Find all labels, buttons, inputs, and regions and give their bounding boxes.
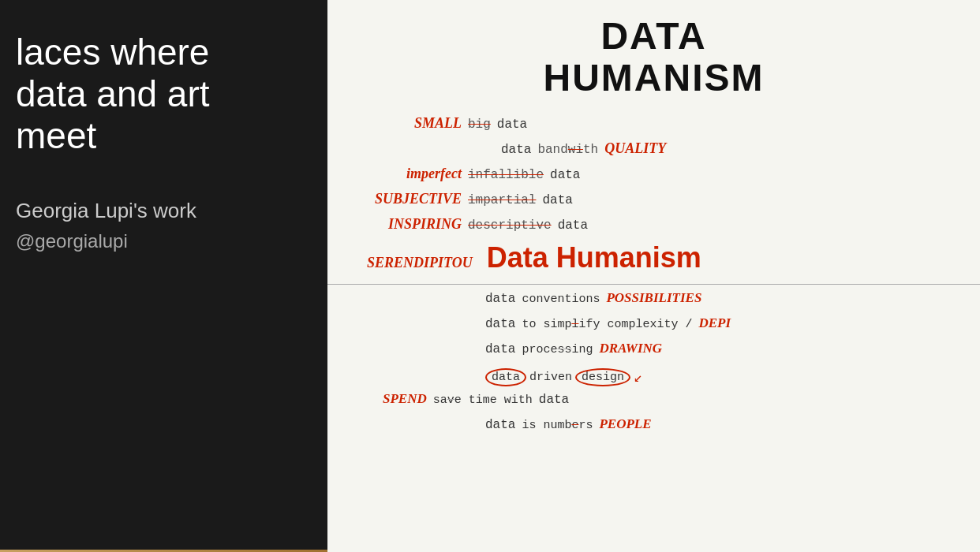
data-rows-top: SMALL big data data bandwith QUALITY imp… xyxy=(351,114,956,276)
word-descriptive-struck: descriptive xyxy=(468,218,552,233)
data-row-bottom: data conventions POSSIBILITIES xyxy=(351,290,972,312)
left-panel: laces wheredata and artmeet Georgia Lupi… xyxy=(0,0,327,552)
word-imperfect: imperfect xyxy=(367,166,462,182)
data-rows-bottom: data conventions POSSIBILITIES data to s… xyxy=(351,290,972,438)
word-inspiring: INSPIRING xyxy=(367,216,462,233)
word-people: PEOPLE xyxy=(599,416,651,432)
word-data-1: data xyxy=(497,117,527,132)
word-quality: QUALITY xyxy=(604,140,666,157)
circled-data: data xyxy=(485,368,526,386)
word-data-5: data xyxy=(558,218,588,233)
data-row-bottom: data is numbers PEOPLE xyxy=(351,416,972,438)
twitter-handle: @georgialupi xyxy=(16,228,304,255)
word-small: SMALL xyxy=(367,115,462,132)
word-data-2: data xyxy=(501,143,531,157)
data-row-bottom: data to simplify complexity / DEPI xyxy=(351,315,972,338)
word-impartial-struck: impartial xyxy=(468,193,536,207)
data-row-bottom: SPEND save time with data xyxy=(351,391,972,413)
data-row: SUBJECTIVE impartial data xyxy=(367,189,941,213)
word-depi: DEPI xyxy=(698,315,731,331)
word-simplify: to simplify complexity / xyxy=(522,318,692,331)
slide-content: DATAHUMANISM SMALL big data data bandwit… xyxy=(327,0,980,552)
word-processing: processing xyxy=(522,343,593,356)
word-bandwidth: bandwith xyxy=(537,143,598,157)
word-is-numbers: is numbers xyxy=(522,419,593,432)
word-possibilities: POSSIBILITIES xyxy=(606,290,701,306)
word-data-4: data xyxy=(542,193,572,207)
data-row: SMALL big data xyxy=(367,114,941,137)
word-data-b6: data xyxy=(485,418,515,432)
word-big-struck: big xyxy=(468,117,491,132)
slide-title: DATAHUMANISM xyxy=(351,16,956,99)
word-driven: driven xyxy=(529,371,572,384)
word-data-b3: data xyxy=(485,342,515,356)
word-infallible-struck: infallible xyxy=(468,168,544,182)
data-row: INSPIRING descriptive data xyxy=(367,214,941,238)
word-data-3: data xyxy=(550,168,580,182)
slide-panel: DATAHUMANISM SMALL big data data bandwit… xyxy=(327,0,980,552)
subtitle: Georgia Lupi's work @georgialupi xyxy=(16,196,304,255)
data-row-bottom: data processing DRAWING xyxy=(351,341,972,363)
word-save-time: save time with xyxy=(433,393,533,407)
word-subjective: SUBJECTIVE xyxy=(367,191,462,207)
arrow-icon: ↙ xyxy=(634,368,642,386)
data-row-bottom: data driven design ↙ xyxy=(351,366,972,388)
data-row: imperfect infallible data xyxy=(367,164,941,188)
word-drawing: DRAWING xyxy=(599,341,662,356)
data-row: data bandwith QUALITY xyxy=(367,139,941,162)
word-spend: SPEND xyxy=(383,391,427,407)
word-serendipitou: SERENDIPITOU xyxy=(367,255,473,271)
main-title: laces wheredata and artmeet xyxy=(16,32,304,157)
circled-design: design xyxy=(575,368,630,386)
word-data-b2: data xyxy=(485,317,515,331)
slide-horizontal-divider xyxy=(327,284,980,285)
word-conventions: conventions xyxy=(522,293,600,306)
data-row: SERENDIPITOU Data Humanism xyxy=(367,240,941,276)
word-data-b5: data xyxy=(539,393,569,407)
word-data-b1: data xyxy=(485,292,515,306)
data-humanism-label: Data Humanism xyxy=(487,241,701,274)
